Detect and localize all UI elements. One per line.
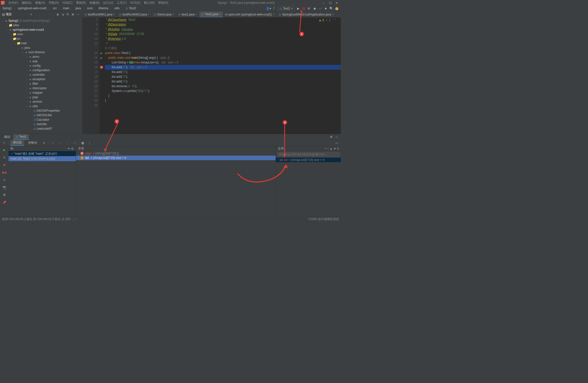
tree-node[interactable]: ›▸exception [0,77,82,81]
breadcrumb-item[interactable]: main [62,6,70,10]
breadcrumb-item[interactable]: itheima [98,6,109,10]
tree-node[interactable]: ◎JwtUtils [0,122,82,126]
editor-tab[interactable]: ◎test1.java× [176,11,199,17]
tree-node[interactable]: ›📁.idea [0,23,82,27]
inspection-widget[interactable]: ▲ 6 ✓ 1 ˄ ˅ [319,18,336,22]
editor-tab[interactable]: ◎SpringbootWebCrud\Application.java× [277,11,336,17]
stop-debug-button[interactable]: ■ [2,162,7,168]
watch-down-icon[interactable]: ▼ [333,147,336,150]
tree-node[interactable]: ◎AliOSSProperties [0,108,82,113]
coverage-button[interactable]: ⛨ [306,6,312,11]
tree-node[interactable]: ›▸configuration [0,68,82,72]
tab-close-icon[interactable]: × [196,13,197,16]
trace-button[interactable]: ⋮ [87,140,92,146]
tree-node[interactable]: ›▸mapper [0,90,82,95]
build-icon[interactable]: ⤴ [271,6,277,11]
menu-item[interactable]: 代码(C) [61,1,74,4]
user-icon[interactable]: 👤▾ [266,6,271,11]
collapse-all-icon[interactable]: ⇱ [65,12,70,17]
tab-close-icon[interactable]: × [273,13,274,16]
menu-item[interactable]: 窗口(W) [142,1,156,4]
debug-button[interactable]: 🐞 [301,6,306,11]
ide-update-icon[interactable]: ⬤ [334,6,339,11]
tree-node[interactable]: ⌄▸java [0,45,82,50]
stack-frame-row[interactable]: main:16, Test2 (com.itheima.utils) [9,156,76,161]
debugger-subtab[interactable]: 调试器 [10,140,24,146]
menu-item[interactable]: 运行(U) [101,1,115,4]
debug-settings-icon[interactable]: ⚙ [2,192,7,198]
debug-hide-icon[interactable]: ─ [334,134,339,140]
breadcrumb-item[interactable]: com [86,6,94,10]
tab-close-icon[interactable]: × [173,13,174,16]
tree-node[interactable]: ›▸anno [0,54,82,59]
watch-expression-input[interactable] [277,152,340,157]
tree-node[interactable]: ◎Caculator [0,117,82,122]
menu-item[interactable]: 文件(F) [7,1,20,4]
resume-button[interactable]: ▶ [2,147,7,153]
threads-icon[interactable]: ≡ [41,140,47,146]
debug-session-tab[interactable]: ◎ Test2 [13,134,29,140]
tree-node[interactable]: ›▸service [0,99,82,104]
tree-node[interactable]: ›📁.mvn [0,32,82,36]
search-icon[interactable]: 🔍 [328,6,334,11]
hide-panel-icon[interactable]: ─ [75,12,80,17]
console-subtab[interactable]: 控制台 [26,140,40,146]
breadcrumb-item[interactable]: Sping1 [2,6,13,10]
editor-tab[interactable]: mpom.xml (springboot-web-crud1)× [223,11,277,17]
tree-node[interactable]: ›▸controller [0,72,82,77]
mute-breakpoints-button[interactable]: ⊘ [2,177,7,183]
watch-row-list[interactable]: › oo list = {ArrayList@719} size = 0 [276,158,341,162]
debug-gear-icon[interactable]: ⚙ [328,134,334,140]
view-breakpoints-button[interactable]: ◉◉ [2,170,7,175]
menu-item[interactable]: 导航(N) [47,1,61,4]
editor-tab[interactable]: ◎testRunWith2.java× [117,11,152,17]
tree-node[interactable]: ›▸pojo [0,95,82,99]
tree-node[interactable]: ◎AliOSSUtils [0,113,82,117]
tab-close-icon[interactable]: × [219,13,221,15]
watch-up-icon[interactable]: ▲ [330,147,333,150]
filter-icon[interactable]: ⏷ [67,147,70,150]
variable-row-args[interactable]: › P args = {String[0]@718} [] [76,151,276,156]
camera-icon[interactable]: 📷 [2,185,7,190]
tree-node[interactable]: ›▸aop [0,59,82,63]
breadcrumb-item[interactable]: utils [113,6,121,10]
frames-options-icon[interactable]: ⚙ [71,147,74,150]
step-over-button[interactable]: ⤻ [50,140,56,146]
expand-all-icon[interactable]: ⇲ [60,12,65,17]
editor-tab[interactable]: ◎Test2.java× [199,11,223,17]
tree-node[interactable]: ◎Leetcode97 [0,126,82,131]
duplicate-watch-icon[interactable]: ⎘ [337,147,339,150]
breadcrumb-item[interactable]: springboot-web-crud1 [17,6,48,10]
tree-node[interactable]: ⌄▸springboot-web-crud1 [0,27,82,32]
minimize-button[interactable]: ─ [322,1,325,4]
maximize-button[interactable]: ☐ [329,1,332,4]
variable-row-list[interactable]: › ≡ list = {ArrayList@719} size = 0 [76,156,276,160]
tree-node[interactable]: ›▸config [0,63,82,68]
editor-tab[interactable]: ◎testRunWith1.java× [83,11,117,17]
tree-node[interactable]: ›▸filter [0,81,82,86]
menu-item[interactable]: VCS(S) [128,1,142,4]
more-run-icon[interactable]: ⋯ [317,6,323,11]
tree-node[interactable]: ⌄▸com.itheima [0,50,82,54]
menu-item[interactable]: 编辑(E) [20,1,33,4]
rerun-debug-button[interactable]: ↻ [2,140,7,146]
add-watch-icon[interactable]: + [325,147,326,150]
profile-button[interactable]: ◉ [312,6,317,11]
step-into-button[interactable]: ↓ [57,140,63,146]
menu-item[interactable]: 视图(V) [33,1,47,4]
menu-item[interactable]: 重构(R) [74,1,88,4]
stop-button[interactable]: ■ [323,6,328,11]
run-button[interactable]: ▶ [295,6,301,11]
step-out-button[interactable]: ↑ [64,140,70,146]
tree-root[interactable]: ⌄▸Sping1 D:\IdeaProjects\Sping1 [0,18,82,23]
breadcrumb-item[interactable]: src [52,6,58,10]
tree-node[interactable]: ⌄📁main [0,41,82,45]
tree-node[interactable]: ›▸interceptor [0,86,82,90]
breadcrumb-item[interactable]: ◎ Test2 [125,6,137,10]
editor-tab[interactable]: ◎Demo.java× [152,11,176,17]
tab-close-icon[interactable]: × [148,13,150,16]
run-to-cursor-button[interactable]: →| [71,140,77,146]
project-tree[interactable]: ⌄▸Sping1 D:\IdeaProjects\Sping1›📁.idea⌄▸… [0,17,82,134]
thread-row[interactable]: ✓ "main"@1 在组 "main": 正在运行 [9,151,76,156]
select-opened-icon[interactable]: ⊕ [55,12,60,17]
